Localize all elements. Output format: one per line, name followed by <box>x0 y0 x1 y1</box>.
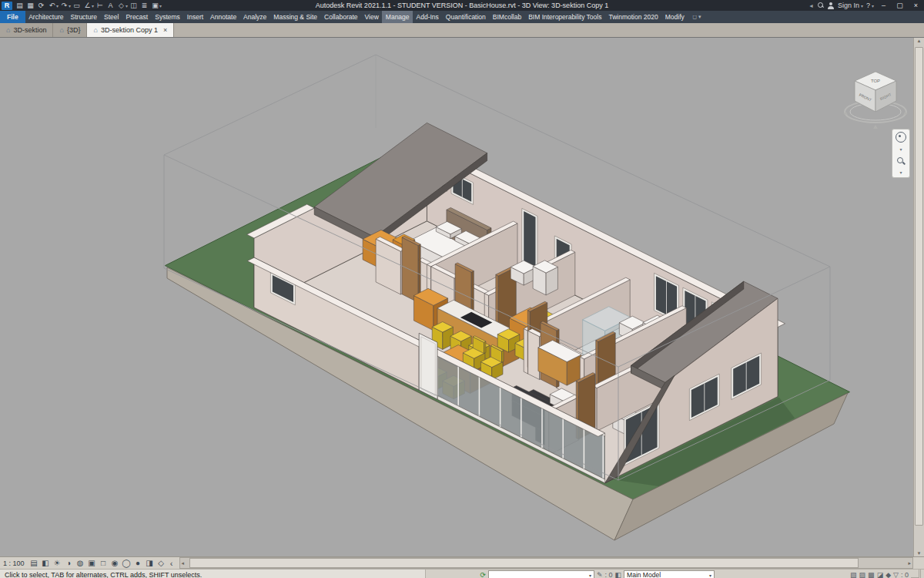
selection-filter-count: : 0 <box>901 571 909 578</box>
view3d-caret-icon[interactable]: ▾ <box>126 3 128 8</box>
revit-window: R ▤ ▦ ⟳ ↶ ▾ ↷ ▾ ▭ ∠ ▾ ⊢ A ◇ ▾ ◫ ≣ ▣ ▾ Au… <box>0 0 924 578</box>
tab-quantification[interactable]: Quantification <box>442 11 489 23</box>
viewcube[interactable]: TOP FRONT RIGHT <box>842 64 909 138</box>
sign-in-button[interactable]: Sign In <box>838 2 859 9</box>
displace-elements-icon[interactable]: ◇ <box>156 559 167 567</box>
select-pinned-toggle-icon[interactable]: ▩ <box>868 571 875 578</box>
3d-model-view[interactable] <box>0 38 924 556</box>
scale-button[interactable]: 1 : 100 <box>3 560 25 567</box>
tab-annotate[interactable]: Annotate <box>207 11 240 23</box>
tab-insert[interactable]: Insert <box>183 11 206 23</box>
view-tab-icon: ⌂ <box>59 26 63 34</box>
resize-grip[interactable] <box>911 570 921 578</box>
wheel-caret-icon[interactable]: ▾ <box>899 146 902 152</box>
restore-button[interactable]: ▢ <box>893 0 906 11</box>
revit-logo-icon[interactable]: R <box>2 2 12 10</box>
drawing-area[interactable]: TOP FRONT RIGHT ▾ ▾ ▴ ▾ <box>0 37 924 556</box>
scroll-left-icon[interactable]: ◂ <box>180 560 185 566</box>
tab-structure[interactable]: Structure <box>67 11 101 23</box>
temporary-hide-isolate-icon[interactable]: ◯ <box>121 559 132 567</box>
save-button[interactable]: ▦ <box>25 2 35 9</box>
drag-on-selection-toggle-icon[interactable]: ◆ <box>886 571 891 578</box>
tab-analyze[interactable]: Analyze <box>240 11 270 23</box>
viewcube-compass-south-tick[interactable] <box>873 125 878 129</box>
horizontal-scroll-thumb[interactable] <box>189 558 859 568</box>
scroll-down-icon[interactable]: ▾ <box>918 550 921 556</box>
view-tab-3d-sektion[interactable]: ⌂ 3D-sektion <box>0 23 53 37</box>
vertical-scrollbar[interactable]: ▴ ▾ <box>913 38 924 556</box>
undo-caret-icon[interactable]: ▾ <box>56 3 59 8</box>
scroll-up-icon[interactable]: ▴ <box>918 38 921 44</box>
search-icon[interactable] <box>817 2 825 9</box>
tab-manage[interactable]: Manage <box>382 11 413 23</box>
zoom-caret-icon[interactable]: ▾ <box>899 170 902 175</box>
qat-customize-caret-icon[interactable]: ▾ <box>159 3 162 8</box>
section-button[interactable]: ◫ <box>129 2 139 9</box>
design-options-icon[interactable]: ◧ <box>615 571 622 578</box>
design-option-select[interactable]: Main Model ▾ <box>624 570 715 578</box>
select-links-toggle-icon[interactable]: ▧ <box>850 571 857 578</box>
open-button[interactable]: ▤ <box>15 2 25 9</box>
tab-bimcollab[interactable]: BIMcollab <box>489 11 524 23</box>
print-button[interactable]: ▭ <box>72 2 82 9</box>
steering-wheel-icon[interactable] <box>896 132 906 143</box>
tab-precast[interactable]: Precast <box>122 11 152 23</box>
quick-access-toolbar: ▤ ▦ ⟳ ↶ ▾ ↷ ▾ ▭ ∠ ▾ ⊢ A ◇ ▾ ◫ ≣ ▣ ▾ <box>15 2 162 9</box>
select-by-face-toggle-icon[interactable]: ◪ <box>877 571 884 578</box>
horizontal-scrollbar[interactable]: ◂ ▸ <box>179 557 913 569</box>
help-button[interactable]: ? <box>866 2 870 9</box>
show-crop-region-icon[interactable]: □ <box>98 559 109 567</box>
tab-systems[interactable]: Systems <box>152 11 184 23</box>
detail-level-icon[interactable]: ▤ <box>28 559 40 567</box>
zoom-icon[interactable] <box>896 156 906 166</box>
design-option-caret-icon: ▾ <box>706 573 711 578</box>
ribbon-panel-toggle-icon[interactable]: ◻ <box>692 14 697 20</box>
sun-path-icon[interactable]: ☀ <box>52 559 63 567</box>
view-control-bar: 1 : 100 ▤ ◧ ☀ ◑ ◍ ▣ □ ◉ ◯ ● ◨ ◇ ‹ ◂ ▸ <box>0 556 924 569</box>
selection-filter-icon[interactable]: ▽ <box>893 571 899 578</box>
scroll-right-icon[interactable]: ▸ <box>908 560 912 566</box>
view-tab-3d-sektion-copy-1[interactable]: ⌂ 3D-sektion Copy 1 × <box>87 23 174 37</box>
tab-file[interactable]: File <box>0 11 25 23</box>
close-button[interactable]: × <box>909 0 922 11</box>
save-orientation-icon[interactable]: ◉ <box>109 559 121 567</box>
vertical-scroll-thumb[interactable] <box>915 47 923 526</box>
tab-architecture[interactable]: Architecture <box>25 11 67 23</box>
help-caret-icon[interactable]: ▾ <box>872 3 874 8</box>
navigation-bar: ▾ ▾ <box>892 129 910 178</box>
reveal-hidden-elements-icon[interactable]: ● <box>132 559 144 567</box>
worksharing-sync-icon[interactable]: ⟳ <box>480 571 486 578</box>
tab-bim-interoperability[interactable]: BIM Interoperability Tools <box>525 11 605 23</box>
ribbon-collapse-icon[interactable]: ▾ <box>698 14 701 20</box>
minimize-button[interactable]: – <box>877 0 890 11</box>
shadows-icon[interactable]: ◑ <box>63 559 75 567</box>
close-view-tab-icon[interactable]: × <box>163 26 167 34</box>
view-tab-3d[interactable]: ⌂ {3D} <box>53 23 87 37</box>
crop-view-icon[interactable]: ▣ <box>86 559 98 567</box>
view-tab-bar: ⌂ 3D-sektion ⌂ {3D} ⌂ 3D-sektion Copy 1 … <box>0 23 924 37</box>
view-bar-back-icon[interactable]: ‹ <box>167 559 176 568</box>
text-button[interactable]: A <box>105 2 116 9</box>
view-tab-icon: ⌂ <box>6 26 10 34</box>
tab-steel[interactable]: Steel <box>101 11 122 23</box>
tab-modify[interactable]: Modify <box>661 11 688 23</box>
visual-style-icon[interactable]: ◧ <box>40 559 52 567</box>
tab-collaborate[interactable]: Collaborate <box>321 11 361 23</box>
tab-view[interactable]: View <box>361 11 382 23</box>
infocenter-collapse-icon[interactable]: ◄ <box>808 3 814 8</box>
tab-twinmotion[interactable]: Twinmotion 2020 <box>605 11 661 23</box>
editing-requests-count: : 0 <box>605 571 613 578</box>
select-underlay-toggle-icon[interactable]: ▨ <box>859 571 866 578</box>
active-workset-select[interactable]: ▾ <box>488 570 594 578</box>
sign-in-caret-icon[interactable]: ▾ <box>861 3 863 8</box>
measure-caret-icon[interactable]: ▾ <box>92 3 94 8</box>
tab-massing-site[interactable]: Massing & Site <box>270 11 321 23</box>
temporary-view-properties-icon[interactable]: ◨ <box>144 559 156 567</box>
aligned-dimension-button[interactable]: ⊢ <box>95 2 105 9</box>
thin-lines-button[interactable]: ≣ <box>139 2 149 9</box>
tab-add-ins[interactable]: Add-Ins <box>413 11 442 23</box>
editing-requests-icon[interactable]: ✎ <box>597 571 603 578</box>
redo-caret-icon[interactable]: ▾ <box>69 3 71 8</box>
render-icon[interactable]: ◍ <box>75 559 86 567</box>
sync-button[interactable]: ⟳ <box>36 2 46 9</box>
